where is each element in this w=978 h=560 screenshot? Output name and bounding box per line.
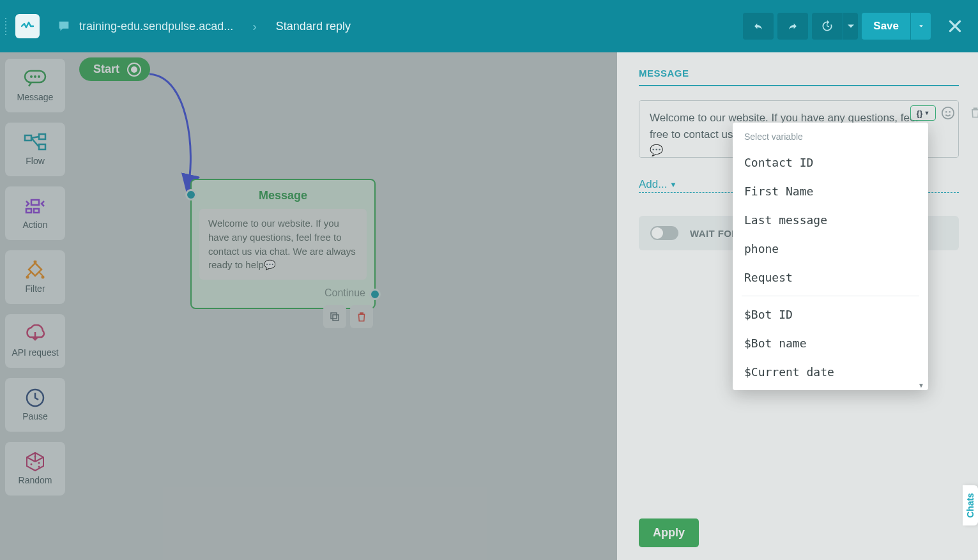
chevron-down-icon: ▼ [918, 382, 924, 389]
palette-flow[interactable]: Flow [5, 123, 65, 176]
emoji-button[interactable] [941, 106, 955, 120]
redo-button[interactable] [777, 13, 808, 40]
svg-point-3 [30, 75, 33, 78]
variable-option[interactable]: First Name [733, 177, 928, 206]
chats-side-tab[interactable]: Chats [963, 485, 978, 526]
message-node-title: Message [192, 180, 374, 209]
palette-label: Message [17, 92, 54, 102]
message-node-body: Welcome to our website. If you have any … [199, 209, 367, 280]
cloud-icon [22, 324, 48, 344]
duplicate-node-button[interactable] [323, 305, 346, 328]
svg-point-22 [949, 111, 951, 113]
undo-button[interactable] [743, 13, 774, 40]
svg-rect-9 [31, 200, 39, 205]
svg-point-12 [34, 261, 37, 264]
palette-api-request[interactable]: API request [5, 314, 65, 368]
drag-handle-icon[interactable] [5, 13, 11, 39]
header-actions: Save [743, 13, 965, 40]
palette-random[interactable]: Random [5, 442, 65, 496]
start-label: Start [93, 63, 119, 76]
palette-filter[interactable]: Filter [5, 250, 65, 304]
delete-node-button[interactable] [350, 305, 373, 328]
flow-icon [22, 133, 48, 152]
start-output-socket[interactable] [128, 64, 140, 75]
svg-rect-0 [331, 313, 337, 319]
variable-dropdown: Select variable Contact ID First Name La… [733, 123, 928, 390]
svg-rect-11 [34, 209, 39, 213]
palette-label: Action [23, 220, 48, 230]
variable-option[interactable]: $Bot name [733, 329, 928, 358]
panel-title: MESSAGE [639, 68, 959, 79]
node-toolbar [323, 305, 373, 328]
delete-block-button[interactable] [969, 105, 978, 122]
palette-action[interactable]: Action [5, 186, 65, 240]
palette-message[interactable]: Message [5, 59, 65, 112]
palette-label: Filter [25, 284, 45, 294]
flow-name: Standard reply [276, 20, 351, 33]
apply-button[interactable]: Apply [639, 518, 699, 547]
element-palette: Message Flow Action Filter API request P… [5, 59, 65, 496]
close-button[interactable] [945, 16, 965, 36]
svg-point-4 [34, 75, 36, 78]
variable-option[interactable]: Request [733, 263, 928, 292]
history-dropdown[interactable] [843, 13, 858, 40]
svg-rect-6 [25, 135, 31, 140]
save-dropdown[interactable] [910, 13, 931, 40]
continue-label: Continue [325, 287, 365, 299]
filter-icon [22, 261, 48, 280]
palette-label: API request [11, 347, 58, 358]
palette-pause[interactable]: Pause [5, 378, 65, 432]
svg-point-13 [26, 276, 29, 279]
svg-point-20 [942, 107, 954, 119]
svg-rect-7 [39, 134, 45, 139]
palette-label: Random [19, 475, 52, 485]
dropdown-separator [742, 296, 919, 296]
variable-option[interactable]: Contact ID [733, 148, 928, 177]
svg-rect-1 [333, 315, 339, 321]
svg-point-16 [31, 464, 33, 465]
svg-point-5 [38, 75, 40, 78]
app-header: training-edu.sendpulse.acad... › Standar… [0, 0, 978, 52]
dice-icon [22, 452, 48, 471]
app-logo[interactable] [15, 14, 40, 38]
breadcrumb-separator: › [252, 19, 257, 34]
insert-variable-button[interactable]: {}▼ [910, 105, 936, 121]
history-button[interactable] [812, 13, 843, 40]
start-node[interactable]: Start [79, 57, 150, 81]
svg-point-14 [42, 276, 45, 279]
save-button[interactable]: Save [862, 13, 910, 40]
variable-option[interactable]: $Bot ID [733, 300, 928, 329]
action-icon [22, 197, 48, 216]
variable-option[interactable]: phone [733, 234, 928, 263]
svg-point-17 [38, 462, 40, 464]
wait-toggle[interactable] [650, 226, 678, 240]
message-icon [22, 69, 48, 88]
variable-option[interactable]: Last message [733, 206, 928, 234]
palette-label: Pause [22, 411, 48, 421]
clock-icon [22, 388, 48, 407]
svg-rect-8 [39, 144, 45, 149]
svg-point-21 [945, 111, 947, 113]
variable-option[interactable]: $Current date [733, 358, 928, 386]
chat-icon [56, 19, 72, 34]
message-node[interactable]: Message Welcome to our website. If you h… [190, 179, 376, 309]
palette-label: Flow [26, 156, 45, 166]
svg-point-18 [38, 466, 40, 468]
svg-point-19 [34, 456, 36, 458]
message-input-socket[interactable] [185, 189, 197, 201]
message-output-socket[interactable] [369, 289, 381, 300]
breadcrumb[interactable]: training-edu.sendpulse.acad... [79, 20, 233, 33]
panel-underline [639, 85, 959, 86]
variable-dropdown-heading: Select variable [733, 129, 928, 148]
svg-rect-10 [26, 209, 31, 213]
